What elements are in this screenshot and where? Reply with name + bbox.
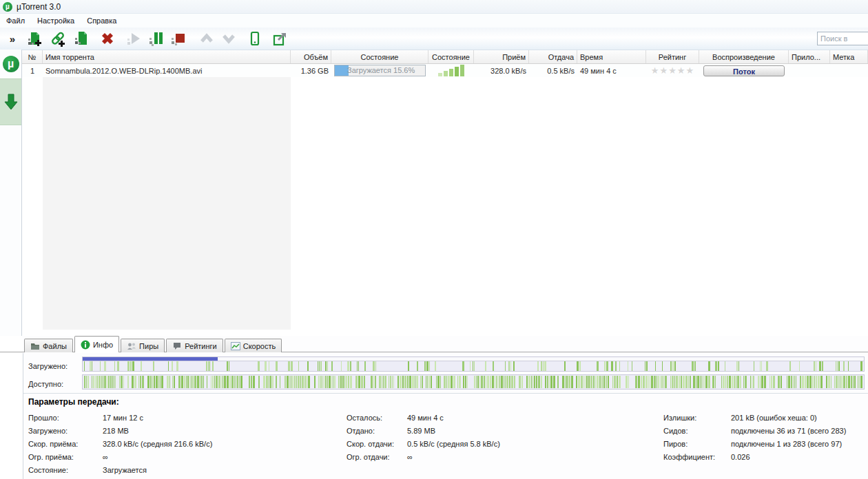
column-header-playback[interactable]: Воспроизведение — [699, 50, 789, 63]
signal-bars-icon — [438, 65, 464, 76]
sidebar-item-all-torrents[interactable]: µ — [0, 50, 21, 78]
create-torrent-icon — [73, 30, 90, 47]
torrent-rating-cell: ★★★★★ — [646, 64, 699, 77]
column-header-label[interactable]: Метка — [830, 50, 868, 63]
move-down-icon — [220, 30, 237, 47]
column-header-number[interactable]: № — [22, 50, 43, 63]
stat-label: Прошло: — [28, 414, 103, 422]
tab-speed[interactable]: Скорость — [225, 339, 282, 352]
move-up-icon — [198, 30, 215, 47]
stat-value: 49 мин 4 с — [407, 414, 444, 422]
remote-button[interactable] — [245, 30, 265, 47]
stat-label: Осталось: — [347, 414, 407, 422]
column-header-state[interactable]: Состояние — [428, 50, 474, 63]
info-icon — [81, 340, 90, 350]
section-divider — [23, 393, 868, 394]
column-header-down-speed[interactable]: Приём — [474, 50, 529, 63]
stop-button[interactable] — [168, 30, 187, 47]
utorrent-logo-icon: µ — [3, 56, 19, 72]
share-icon — [271, 30, 288, 47]
torrent-name: Somnambula.2012.O.WEB-DLRip.1400MB.avi — [43, 64, 291, 77]
available-pieces-ticks — [83, 376, 864, 388]
downloaded-pieces-bar — [82, 356, 865, 372]
move-up-button — [197, 30, 216, 47]
torrent-size: 1.36 GB — [291, 64, 331, 77]
stream-button[interactable]: Поток — [703, 65, 785, 76]
transfer-stats-left: Прошло:17 мин 12 с Загружено:218 MB Скор… — [28, 411, 338, 476]
column-header-app[interactable]: Прило... — [789, 50, 830, 63]
progress-strip-fill — [83, 357, 218, 361]
sidebar-expander-button[interactable]: » — [6, 30, 19, 47]
available-bar-label: Доступно: — [28, 380, 63, 388]
torrent-down-speed: 328.0 kB/s — [474, 64, 529, 77]
download-arrow-icon — [2, 92, 20, 111]
menu-file[interactable]: Файл — [0, 14, 31, 28]
torrent-label — [830, 64, 868, 77]
stat-label: Состояние: — [28, 466, 103, 474]
stat-label: Скор. приёма: — [28, 440, 103, 448]
available-pieces-bar — [82, 374, 865, 390]
tab-label: Скорость — [243, 342, 276, 350]
stop-icon — [169, 30, 186, 47]
tab-ratings[interactable]: Рейтинги — [166, 339, 223, 352]
column-header-rating[interactable]: Рейтинг — [646, 50, 699, 63]
share-button[interactable] — [270, 30, 289, 47]
downloaded-bar-label: Загружено: — [28, 362, 68, 370]
remove-icon — [99, 30, 116, 47]
remote-icon — [247, 30, 263, 47]
menu-help[interactable]: Справка — [81, 14, 123, 28]
add-torrent-button[interactable] — [25, 30, 44, 47]
peers-icon — [127, 342, 136, 350]
info-pane: Загружено: Доступно: Параметры передачи:… — [23, 353, 868, 479]
column-header-name[interactable]: Имя торрента — [43, 50, 291, 63]
add-torrent-icon — [26, 30, 43, 47]
tab-files[interactable]: Файлы — [24, 339, 73, 352]
sorted-column-shade — [43, 77, 291, 330]
sidebar-item-downloading[interactable] — [0, 78, 21, 125]
utorrent-logo-icon: µ — [3, 2, 12, 12]
torrent-state-cell — [428, 64, 474, 77]
torrent-status-text: Загружается 15.6% — [347, 65, 415, 76]
stat-label: Излишки: — [663, 414, 731, 422]
stat-value: 328.0 kB/с (средняя 216.6 kB/с) — [103, 440, 212, 448]
column-header-size[interactable]: Объём — [291, 50, 331, 63]
torrent-table-header: № Имя торрента Объём Состояние Состояние… — [22, 50, 868, 64]
tab-label: Файлы — [43, 342, 67, 350]
stat-value: подключены 1 из 283 (всего 97) — [731, 440, 842, 448]
column-header-eta[interactable]: Время — [577, 50, 646, 63]
start-button — [124, 30, 143, 47]
tab-label: Рейтинги — [185, 342, 217, 350]
tab-info[interactable]: Инфо — [74, 336, 119, 352]
stat-value: ∞ — [407, 453, 413, 461]
stat-value: 5.89 MB — [407, 427, 435, 435]
tab-label: Пиры — [139, 342, 158, 350]
create-torrent-button[interactable] — [72, 30, 91, 47]
window-title: µTorrent 3.0 — [17, 2, 61, 12]
add-link-button[interactable] — [48, 30, 68, 47]
column-header-status[interactable]: Состояние — [331, 50, 428, 63]
utorrent-window: µ µTorrent 3.0 Файл Настройка Справка » — [0, 0, 868, 479]
titlebar: µ µTorrent 3.0 — [0, 0, 868, 14]
tab-label: Инфо — [93, 341, 113, 349]
menu-bar: Файл Настройка Справка — [0, 14, 868, 28]
tab-peers[interactable]: Пиры — [121, 339, 165, 352]
stat-value: подключены 36 из 71 (всего 283) — [731, 427, 846, 435]
stat-value: 0.026 — [731, 453, 750, 461]
pause-button[interactable] — [146, 30, 165, 47]
torrent-row[interactable]: 1 Somnambula.2012.O.WEB-DLRip.1400MB.avi… — [22, 64, 868, 77]
stat-label: Пиров: — [663, 440, 731, 448]
remove-button[interactable] — [98, 30, 117, 47]
stat-value: 218 MB — [103, 427, 129, 435]
stat-value: 0.5 kB/с (средняя 5.8 kB/с) — [407, 440, 500, 448]
torrent-number: 1 — [22, 64, 43, 77]
stat-label: Коэффициент: — [663, 453, 731, 461]
stat-label: Скор. отдачи: — [347, 440, 407, 448]
stat-label: Огр. отдачи: — [347, 453, 407, 461]
column-header-up-speed[interactable]: Отдача — [529, 50, 577, 63]
menu-settings[interactable]: Настройка — [31, 14, 81, 28]
downloaded-pieces-ticks — [83, 361, 864, 371]
rating-stars[interactable]: ★★★★★ — [651, 65, 694, 76]
search-input[interactable] — [817, 32, 868, 45]
ratings-icon — [172, 342, 182, 350]
toolbar: » — [0, 28, 868, 50]
